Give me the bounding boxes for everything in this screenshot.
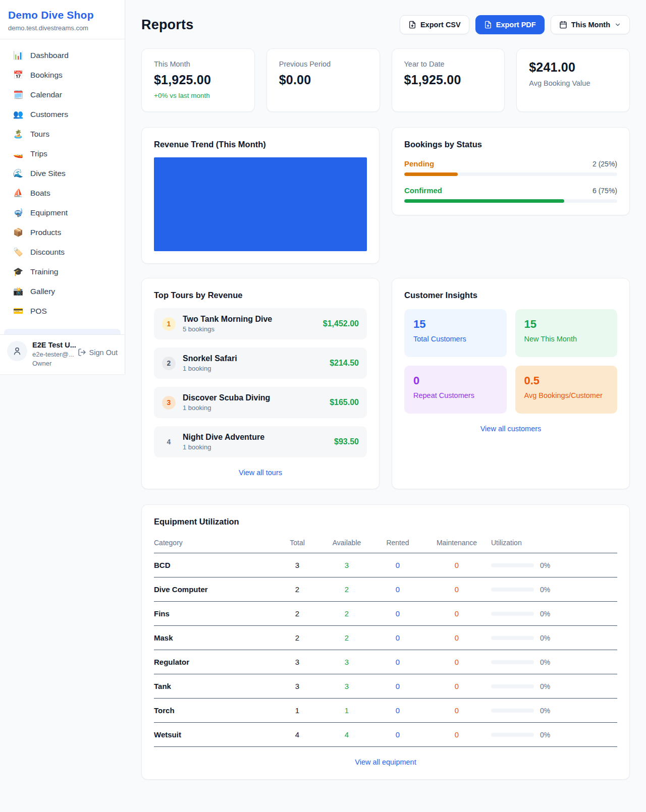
tour-amount: $1,452.00 (323, 319, 359, 328)
sidebar-item[interactable]: 🎓 Training (0, 262, 125, 281)
equipment-utilization-card: Equipment Utilization Category Total Ava… (141, 504, 630, 780)
table-row: Torch 1 1 0 0 0% (154, 699, 617, 723)
sidebar-item-icon: 📊 (13, 50, 23, 60)
insight-label: Repeat Customers (413, 391, 498, 399)
sidebar-item-label: Calendar (30, 90, 62, 99)
period-dropdown[interactable]: This Month (551, 15, 630, 34)
tour-amount: $214.50 (330, 359, 359, 368)
sidebar-item-label: Products (30, 228, 61, 237)
insight-value: 15 (413, 318, 498, 331)
utilization-bar-track (491, 684, 534, 688)
table-row: Mask 2 2 0 0 0% (154, 626, 617, 650)
user-panel: E2E Test U... e2e-tester@... Owner Sign … (0, 334, 125, 374)
col-total: Total (274, 539, 320, 547)
sidebar-item-label: Boats (30, 189, 50, 198)
cell-total: 2 (274, 609, 320, 618)
col-category: Category (154, 539, 274, 547)
sidebar-item-icon: 🏷️ (13, 247, 23, 257)
user-email: e2e-tester@... (32, 351, 73, 358)
stat-label: This Month (154, 60, 242, 68)
cell-rented: 0 (373, 609, 422, 618)
revenue-trend-title: Revenue Trend (This Month) (154, 140, 367, 149)
shop-domain: demo.test.divestreams.com (8, 24, 117, 32)
stat-label: Previous Period (279, 60, 367, 68)
tour-name: Two Tank Morning Dive (183, 315, 316, 324)
status-label: Pending (404, 159, 434, 168)
sidebar-item-icon: 🏝️ (13, 129, 23, 139)
cell-available: 2 (320, 633, 373, 642)
sidebar-item-label: Discounts (30, 248, 65, 257)
sidebar-item-label: Customers (30, 110, 68, 119)
sidebar-item[interactable]: 🏝️ Tours (0, 124, 125, 144)
sidebar-item[interactable]: 📅 Bookings (0, 65, 125, 85)
cell-rented: 0 (373, 730, 422, 739)
bookings-status-card: Bookings by Status Pending 2 (25%) (392, 127, 630, 215)
sidebar-item-icon: 👥 (13, 109, 23, 119)
status-count: 2 (25%) (593, 160, 617, 168)
sidebar: Demo Dive Shop demo.test.divestreams.com… (0, 0, 125, 374)
sidebar-item[interactable]: 📦 Products (0, 222, 125, 242)
equipment-table: Category Total Available Rented Maintena… (154, 536, 617, 747)
stat-value: $1,925.00 (404, 73, 493, 87)
cell-category: Regulator (154, 658, 274, 666)
sidebar-item[interactable]: 💳 POS (0, 301, 125, 321)
utilization-percent: 0% (540, 731, 550, 739)
export-csv-button[interactable]: Export CSV (400, 15, 469, 34)
view-all-tours-link[interactable]: View all tours (154, 469, 367, 477)
sidebar-item[interactable]: 🚤 Trips (0, 144, 125, 163)
tour-bookings: 5 bookings (183, 325, 316, 333)
view-all-equipment-link[interactable]: View all equipment (154, 758, 617, 766)
stat-card: Avg Booking Value $241.00 (516, 48, 630, 112)
customer-insights-card: Customer Insights 15 Total Customers 15 … (392, 278, 630, 489)
tour-amount: $93.50 (334, 437, 359, 446)
rank-badge: 3 (162, 396, 176, 410)
sidebar-item[interactable]: 👥 Customers (0, 104, 125, 124)
tour-name: Snorkel Safari (183, 354, 322, 363)
cell-rented: 0 (373, 585, 422, 594)
stat-value: $1,925.00 (154, 73, 242, 87)
sidebar-item-label: Training (30, 267, 58, 276)
sidebar-item-icon: ⛵ (13, 188, 23, 198)
status-label: Confirmed (404, 186, 442, 195)
sign-out-button[interactable]: Sign Out (78, 348, 118, 357)
utilization-bar-track (491, 612, 534, 616)
sidebar-item[interactable]: ⛵ Boats (0, 183, 125, 203)
utilization-bar-track (491, 563, 534, 567)
cell-total: 3 (274, 658, 320, 666)
status-bar-track (404, 199, 617, 203)
stat-card: Year to Date $1,925.00 (392, 48, 505, 112)
export-pdf-button[interactable]: Export PDF (475, 15, 545, 34)
top-tours-title: Top Tours by Revenue (154, 291, 367, 300)
sidebar-item[interactable]: 📊 Dashboard (0, 45, 125, 65)
sidebar-item[interactable]: 🤿 Equipment (0, 203, 125, 222)
sidebar-item-reports-partial[interactable] (4, 329, 121, 334)
tour-bookings: 1 booking (183, 443, 327, 451)
status-bar-fill (404, 199, 564, 203)
cell-category: BCD (154, 561, 274, 569)
table-row: Dive Computer 2 2 0 0 0% (154, 577, 617, 602)
status-row: Pending 2 (25%) (404, 159, 617, 176)
sidebar-item[interactable]: 🌊 Dive Sites (0, 163, 125, 183)
utilization-percent: 0% (540, 707, 550, 715)
insight-tile: 15 New This Month (515, 309, 618, 357)
stat-label: Year to Date (404, 60, 493, 68)
sidebar-item-icon: 🚤 (13, 149, 23, 158)
utilization-percent: 0% (540, 586, 550, 594)
tour-row: 2 Snorkel Safari 1 booking $214.50 (154, 347, 367, 379)
view-all-customers-link[interactable]: View all customers (404, 425, 617, 433)
insight-tile: 15 Total Customers (404, 309, 507, 357)
revenue-trend-chart (154, 157, 367, 251)
sidebar-item[interactable]: 📸 Gallery (0, 281, 125, 301)
calendar-icon (559, 21, 567, 29)
col-utilization: Utilization (491, 539, 617, 547)
sidebar-item[interactable]: 🏷️ Discounts (0, 242, 125, 262)
tour-bookings: 1 booking (183, 365, 322, 372)
stat-value: $241.00 (529, 60, 617, 75)
sidebar-item[interactable]: 🗓️ Calendar (0, 85, 125, 104)
rank-badge: 2 (162, 357, 176, 370)
insight-value: 0.5 (524, 374, 609, 387)
cell-available: 1 (320, 706, 373, 715)
cell-available: 3 (320, 658, 373, 666)
cell-category: Fins (154, 609, 274, 618)
table-row: Regulator 3 3 0 0 0% (154, 650, 617, 674)
